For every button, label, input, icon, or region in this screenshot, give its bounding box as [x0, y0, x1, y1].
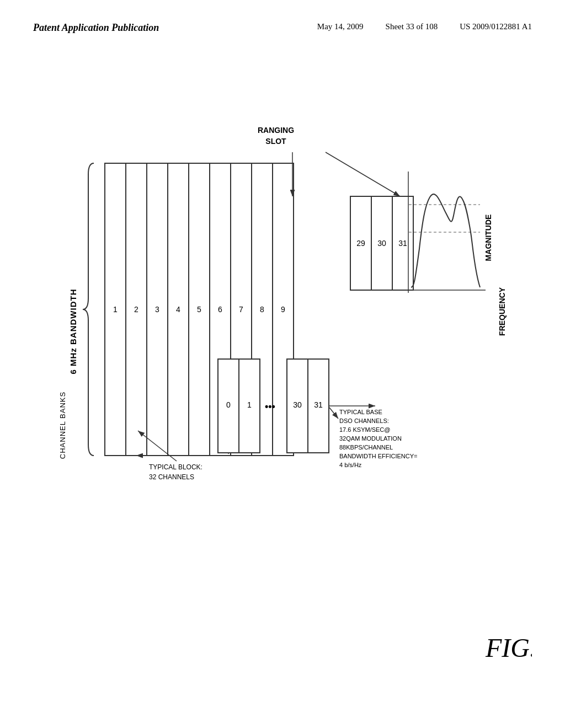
- svg-text:TYPICAL BLOCK:: TYPICAL BLOCK:: [149, 463, 202, 471]
- svg-rect-29: [371, 196, 392, 290]
- svg-text:8: 8: [260, 305, 264, 314]
- svg-text:TYPICAL BASE: TYPICAL BASE: [339, 409, 382, 415]
- svg-text:RANGING: RANGING: [258, 126, 294, 135]
- svg-rect-27: [350, 196, 371, 290]
- svg-text:30: 30: [377, 239, 386, 248]
- svg-line-59: [329, 408, 338, 419]
- svg-text:3: 3: [155, 305, 159, 314]
- svg-text:•••: •••: [265, 401, 275, 412]
- svg-text:SLOT: SLOT: [265, 137, 286, 146]
- svg-text:9: 9: [281, 305, 285, 314]
- svg-text:FREQUENCY: FREQUENCY: [498, 287, 507, 336]
- svg-text:BANDWIDTH EFFICIENCY=: BANDWIDTH EFFICIENCY=: [339, 453, 417, 459]
- svg-rect-25: [308, 359, 329, 453]
- svg-text:MAGNITUDE: MAGNITUDE: [484, 215, 493, 261]
- svg-rect-12: [231, 163, 252, 456]
- svg-rect-4: [147, 163, 168, 456]
- header-patent: US 2009/0122881 A1: [460, 22, 532, 31]
- svg-text:88KBPS/CHANNEL: 88KBPS/CHANNEL: [339, 444, 393, 451]
- svg-rect-0: [105, 163, 126, 456]
- diagram-svg: 1 2 3 4 5 6 7: [33, 50, 532, 684]
- svg-rect-23: [287, 359, 308, 453]
- svg-text:1: 1: [247, 400, 252, 409]
- svg-text:1: 1: [113, 305, 118, 314]
- svg-rect-10: [210, 163, 231, 456]
- page: Patent Application Publication May 14, 2…: [0, 0, 565, 728]
- svg-rect-31: [392, 196, 413, 290]
- svg-line-38: [326, 152, 400, 196]
- svg-text:DSO CHANNELS:: DSO CHANNELS:: [339, 417, 389, 424]
- svg-text:5: 5: [197, 305, 201, 314]
- svg-text:6: 6: [218, 305, 222, 314]
- svg-text:7: 7: [239, 305, 243, 314]
- publication-title: Patent Application Publication: [33, 22, 159, 34]
- svg-text:31: 31: [314, 400, 323, 409]
- svg-line-58: [138, 431, 177, 461]
- svg-rect-18: [218, 359, 239, 453]
- svg-text:2: 2: [134, 305, 138, 314]
- svg-text:30: 30: [293, 400, 302, 409]
- svg-rect-8: [189, 163, 210, 456]
- svg-text:4 b/s/Hz: 4 b/s/Hz: [339, 462, 362, 468]
- header-date: May 14, 2009: [317, 22, 364, 31]
- svg-text:29: 29: [356, 239, 365, 248]
- diagram-area: 1 2 3 4 5 6 7: [33, 50, 532, 684]
- svg-text:17.6 KSYM/SEC@: 17.6 KSYM/SEC@: [339, 426, 390, 433]
- svg-rect-6: [168, 163, 189, 456]
- svg-rect-2: [126, 163, 147, 456]
- header-sheet: Sheet 33 of 108: [386, 22, 438, 31]
- header-info: May 14, 2009 Sheet 33 of 108 US 2009/012…: [317, 22, 532, 31]
- page-header: Patent Application Publication May 14, 2…: [33, 22, 532, 34]
- svg-text:31: 31: [398, 239, 407, 248]
- svg-text:4: 4: [176, 305, 180, 314]
- svg-text:6 MHz BANDWIDTH: 6 MHz BANDWIDTH: [68, 289, 78, 374]
- svg-rect-16: [273, 163, 294, 456]
- svg-rect-14: [252, 163, 273, 456]
- svg-text:CHANNEL BANKS: CHANNEL BANKS: [58, 392, 67, 459]
- svg-text:0: 0: [226, 400, 231, 409]
- svg-rect-20: [239, 359, 260, 453]
- svg-text:FIG. 36: FIG. 36: [485, 633, 532, 662]
- svg-text:32QAM MODULATION: 32QAM MODULATION: [339, 435, 402, 442]
- svg-text:32 CHANNELS: 32 CHANNELS: [149, 473, 194, 481]
